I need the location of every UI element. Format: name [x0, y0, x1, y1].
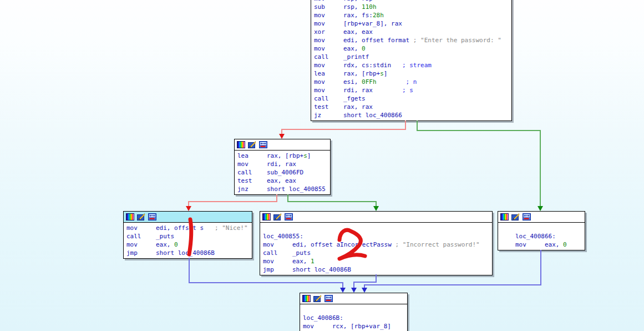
code-segment: mov [rbp+var_8], rax	[314, 20, 402, 27]
group-icon[interactable]	[259, 141, 267, 148]
code-line[interactable]: mov rcx, [rbp+var_8]	[300, 322, 407, 330]
code-segment: mov rdi, rax	[237, 161, 296, 168]
group-icon[interactable]	[324, 295, 333, 302]
edit-icon[interactable]	[273, 213, 282, 220]
block-loc-40086b-exit-titlebar[interactable]	[300, 293, 407, 304]
code-segment: 0	[362, 45, 366, 52]
code-line[interactable]: mov eax, 0	[124, 240, 252, 249]
code-line[interactable]: lea rax, [rbp+s]	[235, 152, 330, 160]
code-line[interactable]: call sub_4006FD	[235, 168, 330, 177]
block-loc-40086b-exit[interactable]: loc_40086B:mov rcx, [rbp+var_8]	[300, 293, 408, 331]
edge-loc400855-to-exit-arrowhead	[351, 288, 357, 293]
palette-icon[interactable]	[126, 213, 134, 220]
code-segment: sub rsp,	[314, 3, 362, 11]
code-segment: 0	[174, 241, 178, 248]
code-segment: lea rax, [rbp+	[237, 152, 303, 159]
code-line[interactable]	[300, 305, 407, 314]
code-segment: loc_400866:	[515, 233, 556, 240]
code-line[interactable]: jnz short loc_400855	[235, 185, 330, 193]
code-segment: loc_40086B:	[303, 314, 343, 322]
code-line[interactable]: mov edi, offset format ; "Enter the pass…	[311, 36, 511, 44]
code-line[interactable]: mov rdi, rax	[235, 160, 330, 168]
code-segment: mov edi, offset s	[126, 224, 215, 232]
code-line[interactable]: sub rsp, 110h	[311, 3, 511, 11]
edit-icon[interactable]	[248, 141, 256, 148]
code-line[interactable]: lea rax, [rbp+s]	[311, 69, 511, 78]
group-icon[interactable]	[285, 213, 293, 220]
palette-icon[interactable]	[262, 213, 271, 220]
code-segment: 0FFh	[362, 78, 377, 86]
code-line[interactable]: call _puts	[260, 249, 492, 257]
group-icon[interactable]	[523, 213, 531, 220]
code-line[interactable]	[260, 224, 492, 232]
code-segment: mov eax,	[515, 241, 563, 248]
edge-loc400866-to-exit-arrowhead	[362, 288, 367, 293]
code-line[interactable]: mov eax, 1	[260, 257, 492, 265]
palette-icon[interactable]	[500, 213, 509, 220]
block-loc-400866[interactable]: loc_400866:mov eax, 0	[498, 211, 585, 250]
code-line[interactable]	[498, 224, 585, 232]
code-segment: ; "Nice!"	[215, 224, 248, 232]
code-line[interactable]: mov esi, 0FFh ; n	[311, 78, 511, 86]
code-segment: mov rdx, cs:stdin	[314, 62, 391, 69]
code-segment: jmp short loc_40086B	[263, 266, 351, 273]
edit-icon[interactable]	[313, 295, 322, 302]
code-line[interactable]: call _printf	[311, 53, 511, 61]
code-segment: jz short loc_400866	[314, 112, 402, 119]
code-segment: test eax, eax	[237, 177, 296, 184]
block-loc-400866-titlebar[interactable]	[498, 212, 585, 223]
code-segment: call _puts	[126, 233, 174, 240]
code-segment: xor eax, eax	[314, 28, 373, 36]
code-segment: mov rdi, rax	[314, 87, 373, 94]
block-nice[interactable]: mov edi, offset s ; "Nice!"call _putsmov…	[123, 211, 252, 259]
block-nice-titlebar[interactable]	[124, 212, 252, 223]
code-line[interactable]: xor eax, eax	[311, 28, 511, 36]
edge-check-to-nice	[189, 194, 277, 207]
code-line[interactable]: mov [rbp+var_8], rax	[311, 19, 511, 28]
block-entry-code: mov rbp, rspsub rsp, 110hmov rax, fs:28h…	[311, 0, 511, 121]
code-line[interactable]: loc_400855:	[260, 232, 492, 240]
code-line[interactable]: loc_400866:	[498, 232, 585, 240]
code-line[interactable]: loc_40086B:	[300, 314, 407, 322]
code-segment: call _fgets	[314, 95, 366, 102]
code-segment: mov eax,	[314, 45, 362, 52]
code-line[interactable]: mov eax, 0	[311, 44, 511, 53]
code-line[interactable]: mov rdi, rax ; s	[311, 86, 511, 94]
code-segment: ; "Incorrect password!"	[395, 241, 479, 248]
edit-icon[interactable]	[511, 213, 520, 220]
code-line[interactable]: test rax, rax	[311, 103, 511, 111]
code-line[interactable]: mov eax, 0	[498, 240, 585, 249]
code-line[interactable]: jz short loc_400866	[311, 111, 511, 119]
palette-icon[interactable]	[237, 141, 245, 148]
edge-nice-to-exit-arrowhead	[340, 288, 346, 293]
palette-icon[interactable]	[302, 295, 311, 302]
code-line[interactable]: jmp short loc_40086B	[260, 265, 492, 274]
code-line[interactable]: jmp short loc_40086B	[124, 249, 252, 257]
code-segment: s	[303, 152, 307, 159]
code-line[interactable]: mov edi, offset s ; "Nice!"	[124, 224, 252, 232]
block-loc-400855-incorrect-titlebar[interactable]	[260, 212, 492, 223]
edge-check-to-loc400855-arrowhead	[373, 206, 379, 211]
code-line[interactable]: mov edi, offset aIncorrectPassw ; "Incor…	[260, 240, 492, 249]
block-nice-code: mov edi, offset s ; "Nice!"call _putsmov…	[124, 223, 252, 258]
edge-entry-to-check	[282, 121, 405, 134]
edit-icon[interactable]	[137, 213, 145, 220]
graph-view-canvas[interactable]: mov rbp, rspsub rsp, 110hmov rax, fs:28h…	[0, 0, 644, 331]
code-segment: ; stream	[391, 62, 432, 69]
code-segment: ; s	[373, 87, 413, 94]
code-segment: jnz short loc_400855	[237, 185, 326, 193]
code-line[interactable]: mov rdx, cs:stdin ; stream	[311, 61, 511, 69]
group-icon[interactable]	[148, 213, 156, 220]
block-entry[interactable]: mov rbp, rspsub rsp, 110hmov rax, fs:28h…	[311, 0, 512, 121]
block-check-password[interactable]: lea rax, [rbp+s]mov rdi, raxcall sub_400…	[234, 139, 331, 195]
block-check-password-titlebar[interactable]	[235, 139, 330, 151]
code-segment: 110h	[362, 3, 377, 11]
code-segment: mov esi,	[314, 78, 362, 86]
code-line[interactable]: call _fgets	[311, 94, 511, 103]
code-line[interactable]: mov rax, fs:28h	[311, 11, 511, 19]
block-loc-400855-incorrect[interactable]: loc_400855:mov edi, offset aIncorrectPas…	[260, 211, 493, 275]
code-line[interactable]: call _puts	[124, 232, 252, 240]
block-loc-40086b-exit-code: loc_40086B:mov rcx, [rbp+var_8]	[300, 304, 407, 331]
code-segment: call _puts	[263, 249, 311, 257]
code-line[interactable]: test eax, eax	[235, 177, 330, 185]
